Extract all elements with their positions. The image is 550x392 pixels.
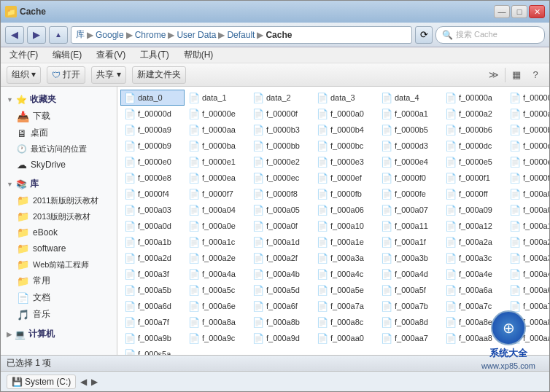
file-item[interactable]: 📄f_000a4e	[441, 266, 506, 282]
file-item[interactable]: 📄f_00000a	[441, 90, 506, 106]
file-item[interactable]: 📄f_000a3f	[120, 266, 185, 282]
file-item[interactable]: 📄f_000a3d	[506, 250, 549, 266]
file-item[interactable]: 📄f_000a13	[506, 218, 549, 234]
file-item[interactable]: 📄data_3	[313, 90, 377, 106]
menu-tools[interactable]: 工具(T)	[137, 47, 171, 63]
menu-edit[interactable]: 编辑(E)	[50, 47, 85, 63]
file-item[interactable]: 📄data_2	[249, 90, 313, 106]
file-item[interactable]: 📄f_0000ba	[185, 138, 249, 154]
file-item[interactable]: 📄f_000a4d	[377, 266, 441, 282]
file-item[interactable]: 📄f_000a5d	[249, 282, 313, 298]
sidebar-computer-header[interactable]: ▶ 💻 计算机	[1, 326, 117, 342]
minimize-button[interactable]: —	[494, 5, 510, 18]
menu-file[interactable]: 文件(F)	[7, 47, 41, 63]
sidebar-library-header[interactable]: ▼ 📚 库	[1, 176, 117, 192]
file-item[interactable]: 📄f_0000a1	[377, 106, 441, 122]
sidebar-item-software[interactable]: 📁 software	[1, 240, 117, 256]
refresh-button[interactable]: ⟳	[415, 26, 433, 44]
file-item[interactable]: 📄f_000aa0	[313, 330, 377, 346]
nav-arrow-right[interactable]: ▶	[91, 377, 98, 387]
file-item[interactable]: 📄f_000a6f	[249, 298, 313, 314]
file-item[interactable]: 📄f_000a04	[185, 202, 249, 218]
file-item[interactable]: 📄f_0000e1	[185, 154, 249, 170]
file-item[interactable]: 📄f_0000f2	[506, 170, 549, 186]
file-item[interactable]: 📄f_0000fe	[377, 186, 441, 202]
file-item[interactable]: 📄f_000a10	[313, 218, 377, 234]
file-item[interactable]: 📄f_000a6e	[185, 298, 249, 314]
sidebar-item-recent[interactable]: 🕐 最近访问的位置	[1, 141, 117, 157]
file-item[interactable]: 📄f_000a12	[441, 218, 506, 234]
file-item[interactable]: 📄f_000a6d	[120, 298, 185, 314]
file-item[interactable]: 📄f_000a00	[506, 186, 549, 202]
open-button[interactable]: 🛡 打开	[47, 66, 85, 84]
file-item[interactable]: 📄f_000a0b	[506, 202, 549, 218]
file-item[interactable]: 📄f_000a5e	[313, 282, 377, 298]
file-item[interactable]: 📄f_000a0f	[249, 218, 313, 234]
file-item[interactable]: 📄f_00000d	[120, 106, 185, 122]
file-item[interactable]: 📄f_000a09	[441, 202, 506, 218]
file-item[interactable]: 📄f_000a07	[377, 202, 441, 218]
file-item[interactable]: 📄f_000a8a	[185, 314, 249, 330]
sidebar-favorites-header[interactable]: ▼ ⭐ 收藏夹	[1, 91, 117, 108]
menu-help[interactable]: 帮助(H)	[181, 47, 217, 63]
up-button[interactable]: ▲	[49, 26, 68, 44]
file-item[interactable]: 📄f_0000f4	[120, 186, 185, 202]
help-button[interactable]: ?	[527, 67, 543, 83]
file-item[interactable]: 📄f_0000b5	[377, 122, 441, 138]
search-box[interactable]: 🔍 搜索 Cache	[435, 26, 545, 44]
file-item[interactable]: 📄f_0000ec	[249, 170, 313, 186]
file-item[interactable]: 📄f_000a03	[120, 202, 185, 218]
file-item[interactable]: 📄f_00000e	[185, 106, 249, 122]
share-button[interactable]: 共享 ▾	[91, 66, 125, 84]
file-item[interactable]: 📄f_000a3c	[441, 250, 506, 266]
file-item[interactable]: 📄f_0000f1	[441, 170, 506, 186]
file-item[interactable]: 📄f_000a8c	[313, 314, 377, 330]
file-item[interactable]: 📄f_0000f0	[377, 170, 441, 186]
menu-view[interactable]: 查看(V)	[93, 47, 128, 63]
sidebar-item-common[interactable]: 📁 常用	[1, 273, 117, 289]
file-item[interactable]: 📄f_0000b7	[506, 122, 549, 138]
file-item[interactable]: 📄f_000a5f	[377, 282, 441, 298]
file-item[interactable]: 📄f_00000f	[249, 106, 313, 122]
file-item[interactable]: 📄f_000a7a	[313, 298, 377, 314]
file-item[interactable]: 📄f_000a2d	[120, 250, 185, 266]
forward-button[interactable]: ▶	[27, 26, 46, 44]
file-item[interactable]: 📄f_0000a9	[120, 122, 185, 138]
file-item[interactable]: 📄f_000s5a	[120, 346, 185, 355]
sidebar-item-downloads[interactable]: 📥 下载	[1, 108, 117, 125]
file-item[interactable]: 📄f_000a8b	[249, 314, 313, 330]
file-item[interactable]: 📄f_000a4f	[506, 266, 549, 282]
file-item[interactable]: 📄f_0000de	[506, 138, 549, 154]
file-item[interactable]: 📄f_000a1f	[377, 234, 441, 250]
file-item[interactable]: 📄f_000a9c	[185, 330, 249, 346]
file-item[interactable]: 📄f_00000b	[506, 90, 549, 106]
sidebar-item-docs[interactable]: 📄 文档	[1, 289, 117, 306]
back-button[interactable]: ◀	[5, 26, 24, 44]
file-item[interactable]: 📄f_000a9b	[120, 330, 185, 346]
drive-c[interactable]: 💾 System (C:)	[7, 375, 76, 389]
file-item[interactable]: 📄f_0000b3	[249, 122, 313, 138]
file-item[interactable]: 📄f_000a6a	[441, 282, 506, 298]
file-item[interactable]: 📄f_0000bb	[249, 138, 313, 154]
file-item[interactable]: 📄f_0000e3	[313, 154, 377, 170]
sidebar-item-skydrive[interactable]: ☁ SkyDrive	[1, 157, 117, 173]
file-item[interactable]: 📄f_0000f8	[249, 186, 313, 202]
file-item[interactable]: 📄f_0000b4	[313, 122, 377, 138]
file-item[interactable]: 📄f_000a4a	[185, 266, 249, 282]
file-item[interactable]: 📄f_000a5c	[185, 282, 249, 298]
file-item[interactable]: 📄f_0000e6	[506, 154, 549, 170]
sidebar-item-2013[interactable]: 📁 2013版朗沃教材	[1, 208, 117, 224]
file-item[interactable]: 📄f_0000ff	[441, 186, 506, 202]
file-item[interactable]: 📄f_000a1d	[249, 234, 313, 250]
file-item[interactable]: 📄f_000a11	[377, 218, 441, 234]
file-item[interactable]: 📄f_000a0e	[185, 218, 249, 234]
sidebar-item-music[interactable]: 🎵 音乐	[1, 306, 117, 323]
new-folder-button[interactable]: 新建文件夹	[132, 66, 186, 84]
address-path[interactable]: 库 ▶ Google ▶ Chrome ▶ User Data ▶ Defaul…	[71, 26, 412, 44]
file-item[interactable]: 📄f_0000a0	[313, 106, 377, 122]
file-item[interactable]: 📄f_0000f7	[185, 186, 249, 202]
more-button[interactable]: ≫	[486, 67, 502, 83]
sidebar-item-2011[interactable]: 📁 2011新版朗沃教材	[1, 192, 117, 208]
file-item[interactable]: 📄f_000a4b	[249, 266, 313, 282]
file-item[interactable]: 📄f_0000e2	[249, 154, 313, 170]
